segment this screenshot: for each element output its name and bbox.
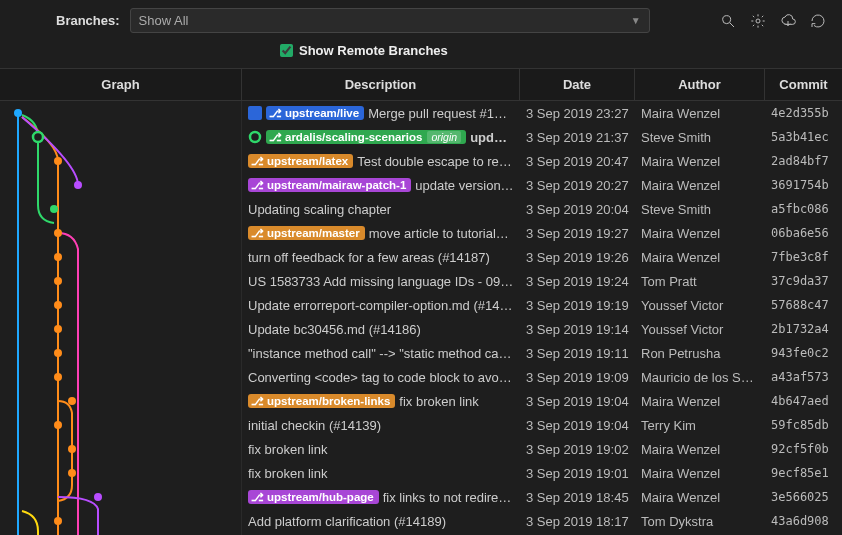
branch-icon: ⎇ xyxy=(251,180,264,191)
svg-point-12 xyxy=(54,229,62,237)
branch-label: upstream/mairaw-patch-1 xyxy=(267,179,406,191)
commit-message: turn off feedback for a few areas (#1418… xyxy=(248,250,514,265)
commit-date: 3 Sep 2019 19:24 xyxy=(520,274,635,289)
commit-hash[interactable]: a43af573 xyxy=(765,370,842,384)
gear-icon[interactable] xyxy=(750,13,766,29)
commit-hash[interactable]: 43a6d908 xyxy=(765,514,842,528)
commit-row[interactable]: ⎇ardalis/scaling-scenariosoriginupda…3 S… xyxy=(242,125,842,149)
header-author[interactable]: Author xyxy=(635,69,765,100)
branch-icon: ⎇ xyxy=(251,396,264,407)
branch-tag[interactable]: ⎇upstream/live xyxy=(266,106,364,120)
commit-date: 3 Sep 2019 20:27 xyxy=(520,178,635,193)
commit-hash[interactable]: 59fc85db xyxy=(765,418,842,432)
commit-row[interactable]: ⎇upstream/mastermove article to tutorial… xyxy=(242,221,842,245)
commit-hash[interactable]: 92cf5f0b xyxy=(765,442,842,456)
header-description[interactable]: Description xyxy=(242,69,520,100)
show-remote-checkbox[interactable] xyxy=(280,44,293,57)
commit-row[interactable]: ⎇upstream/broken-linksfix broken link3 S… xyxy=(242,389,842,413)
header-commit[interactable]: Commit xyxy=(765,69,842,100)
commit-hash[interactable]: 9ecf85e1 xyxy=(765,466,842,480)
branch-icon: ⎇ xyxy=(269,132,282,143)
graph-column xyxy=(0,101,242,535)
search-icon[interactable] xyxy=(720,13,736,29)
branch-tag[interactable]: ⎇upstream/broken-links xyxy=(248,394,395,408)
commit-row[interactable]: ⎇upstream/mairaw-patch-1update version…3… xyxy=(242,173,842,197)
commit-date: 3 Sep 2019 19:09 xyxy=(520,370,635,385)
commit-message: fix broken link xyxy=(248,466,514,481)
commit-row[interactable]: initial checkin (#14139)3 Sep 2019 19:04… xyxy=(242,413,842,437)
commit-description: ⎇upstream/broken-linksfix broken link xyxy=(242,394,520,409)
branch-tag[interactable]: ⎇upstream/mairaw-patch-1 xyxy=(248,178,411,192)
commit-hash[interactable]: 4b647aed xyxy=(765,394,842,408)
commit-hash[interactable]: 2ad84bf7 xyxy=(765,154,842,168)
commit-date: 3 Sep 2019 23:27 xyxy=(520,106,635,121)
commit-row[interactable]: fix broken link3 Sep 2019 19:01Maira Wen… xyxy=(242,461,842,485)
commit-message: Update bc30456.md (#14186) xyxy=(248,322,514,337)
commit-row[interactable]: ⎇upstream/latexTest double escape to re…… xyxy=(242,149,842,173)
svg-point-19 xyxy=(68,397,76,405)
commit-hash[interactable]: 3691754b xyxy=(765,178,842,192)
commit-date: 3 Sep 2019 19:04 xyxy=(520,418,635,433)
commit-date: 3 Sep 2019 19:04 xyxy=(520,394,635,409)
svg-point-2 xyxy=(756,19,760,23)
commit-author: Tom Pratt xyxy=(635,274,765,289)
commit-hash[interactable]: 943fe0c2 xyxy=(765,346,842,360)
fetch-icon[interactable] xyxy=(780,13,796,29)
commit-date: 3 Sep 2019 20:47 xyxy=(520,154,635,169)
commit-row[interactable]: US 1583733 Add missing language IDs - 09… xyxy=(242,269,842,293)
branch-label: ardalis/scaling-scenarios xyxy=(285,131,422,143)
commit-description: fix broken link xyxy=(242,466,520,481)
branch-label: upstream/master xyxy=(267,227,360,239)
commit-row[interactable]: turn off feedback for a few areas (#1418… xyxy=(242,245,842,269)
commit-message: Add platform clarification (#14189) xyxy=(248,514,514,529)
commit-hash[interactable]: 2b1732a4 xyxy=(765,322,842,336)
svg-point-14 xyxy=(54,277,62,285)
commit-hash[interactable]: 06ba6e56 xyxy=(765,226,842,240)
commit-message: "instance method call" --> "static metho… xyxy=(248,346,514,361)
branch-tag[interactable]: ⎇upstream/master xyxy=(248,226,365,240)
commit-row[interactable]: Update errorreport-compiler-option.md (#… xyxy=(242,293,842,317)
commit-row[interactable]: Update bc30456.md (#14186)3 Sep 2019 19:… xyxy=(242,317,842,341)
commit-author: Maira Wenzel xyxy=(635,394,765,409)
header-graph[interactable]: Graph xyxy=(0,69,242,100)
commit-hash[interactable]: 7fbe3c8f xyxy=(765,250,842,264)
commit-hash[interactable]: 3e566025 xyxy=(765,490,842,504)
commit-row[interactable]: Updating scaling chapter3 Sep 2019 20:04… xyxy=(242,197,842,221)
branch-icon: ⎇ xyxy=(251,492,264,503)
svg-point-10 xyxy=(74,181,82,189)
commit-description: "instance method call" --> "static metho… xyxy=(242,346,520,361)
commit-row[interactable]: Add platform clarification (#14189)3 Sep… xyxy=(242,509,842,533)
commit-row[interactable]: ⎇upstream/hub-pagefix links to not redir… xyxy=(242,485,842,509)
commit-hash[interactable]: 4e2d355b xyxy=(765,106,842,120)
commit-description: ⎇ardalis/scaling-scenariosoriginupda… xyxy=(242,130,520,145)
head-ring-icon xyxy=(248,130,262,144)
header-date[interactable]: Date xyxy=(520,69,635,100)
refresh-icon[interactable] xyxy=(810,13,826,29)
commit-message: initial checkin (#14139) xyxy=(248,418,514,433)
commit-date: 3 Sep 2019 19:27 xyxy=(520,226,635,241)
commit-row[interactable]: ⎇upstream/liveMerge pull request #1419…3… xyxy=(242,101,842,125)
commit-hash[interactable]: a5fbc086 xyxy=(765,202,842,216)
branch-tag[interactable]: ⎇ardalis/scaling-scenariosorigin xyxy=(266,130,466,144)
commit-row[interactable]: fix broken link3 Sep 2019 19:02Maira Wen… xyxy=(242,437,842,461)
commit-row[interactable]: "instance method call" --> "static metho… xyxy=(242,341,842,365)
branch-tag[interactable]: ⎇upstream/latex xyxy=(248,154,353,168)
commit-description: ⎇upstream/liveMerge pull request #1419… xyxy=(242,106,520,121)
commit-author: Maira Wenzel xyxy=(635,154,765,169)
commit-hash[interactable]: 5a3b41ec xyxy=(765,130,842,144)
svg-point-18 xyxy=(54,373,62,381)
commit-message: Converting <code> tag to code block to a… xyxy=(248,370,514,385)
commit-description: turn off feedback for a few areas (#1418… xyxy=(242,250,520,265)
commit-date: 3 Sep 2019 19:02 xyxy=(520,442,635,457)
branch-tag[interactable]: ⎇upstream/hub-page xyxy=(248,490,379,504)
commit-hash[interactable]: 37c9da37 xyxy=(765,274,842,288)
commit-hash[interactable]: 57688c47 xyxy=(765,298,842,312)
svg-point-9 xyxy=(54,157,62,165)
svg-point-25 xyxy=(250,132,260,142)
branches-dropdown[interactable]: Show All ▼ xyxy=(130,8,650,33)
commit-row[interactable]: Converting <code> tag to code block to a… xyxy=(242,365,842,389)
commit-author: Maira Wenzel xyxy=(635,226,765,241)
show-remote-label: Show Remote Branches xyxy=(299,43,448,58)
svg-point-7 xyxy=(14,109,22,117)
commit-description: Add platform clarification (#14189) xyxy=(242,514,520,529)
